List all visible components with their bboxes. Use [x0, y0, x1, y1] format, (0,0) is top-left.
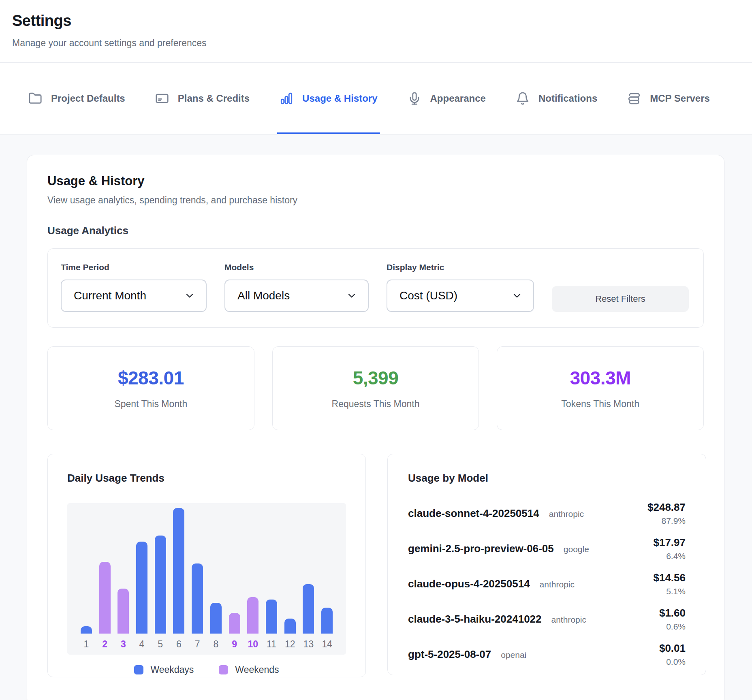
spent-label: Spent This Month: [114, 399, 187, 410]
daily-usage-bar-chart: 1234567891011121314: [67, 503, 346, 655]
display-metric-field: Display Metric Cost (USD): [387, 262, 534, 312]
tab-plans-credits[interactable]: Plans & Credits: [153, 63, 252, 134]
model-row: claude-opus-4-20250514 anthropic $14.56 …: [408, 566, 686, 602]
model-provider: openai: [501, 650, 526, 660]
model-cost: $1.60: [659, 607, 686, 619]
legend-label: Weekends: [235, 664, 279, 675]
chart-x-label: 5: [158, 634, 163, 655]
weekday-bar: [284, 619, 296, 634]
model-provider: anthropic: [540, 580, 575, 589]
usage-analytics-heading: Usage Analytics: [47, 224, 704, 237]
model-rows: claude-sonnet-4-20250514 anthropic $248.…: [408, 496, 686, 672]
tokens-value: 303.3M: [570, 367, 630, 389]
section-title: Usage & History: [47, 174, 704, 188]
chevron-down-icon: [511, 290, 523, 301]
tab-label: MCP Servers: [650, 93, 710, 104]
chart-x-label: 4: [139, 634, 145, 655]
weekday-bar: [192, 563, 203, 634]
chart-x-label: 3: [121, 634, 126, 655]
legend-item-weekdays: Weekdays: [134, 664, 194, 675]
weekday-bar: [210, 603, 222, 634]
usage-by-model-title: Usage by Model: [408, 472, 686, 484]
time-period-field: Time Period Current Month: [61, 262, 207, 312]
tab-usage-history[interactable]: Usage & History: [277, 63, 380, 134]
chart-x-label: 2: [102, 634, 107, 655]
weekday-bar: [303, 584, 314, 634]
tab-mcp-servers[interactable]: MCP Servers: [625, 63, 712, 134]
models-select[interactable]: All Models: [224, 280, 369, 312]
chart-bar-column: 11: [262, 503, 281, 655]
chart-bar-column: 6: [170, 503, 188, 655]
chart-x-label: 14: [322, 634, 332, 655]
model-share: 5.1%: [653, 587, 686, 596]
time-period-value: Current Month: [74, 289, 146, 302]
weekends-swatch: [219, 665, 228, 674]
tab-label: Usage & History: [302, 93, 377, 104]
weekdays-swatch: [134, 665, 143, 674]
legend-label: Weekdays: [150, 664, 194, 675]
tab-label: Project Defaults: [51, 93, 125, 104]
chart-x-label: 9: [232, 634, 237, 655]
model-row: gpt-5-2025-08-07 openai $0.01 0.0%: [408, 637, 686, 672]
folder-icon: [28, 92, 42, 105]
chart-bar-column: 12: [281, 503, 299, 655]
server-stack-icon: [627, 92, 641, 105]
weekday-bar: [173, 508, 184, 634]
chart-x-label: 10: [248, 634, 258, 655]
weekend-bar: [247, 597, 258, 634]
model-cost: $17.97: [653, 536, 686, 549]
section-subtitle: View usage analytics, spending trends, a…: [47, 195, 704, 206]
weekday-bar: [266, 600, 277, 634]
models-value: All Models: [237, 289, 290, 302]
chart-bar-column: 14: [318, 503, 336, 655]
requests-this-month-card: 5,399 Requests This Month: [272, 346, 479, 430]
display-metric-label: Display Metric: [387, 262, 534, 272]
model-share: 6.4%: [653, 551, 686, 561]
usage-history-panel: Usage & History View usage analytics, sp…: [27, 155, 724, 700]
display-metric-value: Cost (USD): [400, 289, 457, 302]
settings-tabbar: Project Defaults Plans & Credits Usage &…: [0, 63, 752, 134]
chart-x-label: 7: [195, 634, 200, 655]
time-period-select[interactable]: Current Month: [61, 280, 207, 312]
tab-project-defaults[interactable]: Project Defaults: [26, 63, 128, 134]
page-subtitle: Manage your account settings and prefere…: [12, 38, 740, 49]
requests-label: Requests This Month: [332, 399, 420, 410]
page-title: Settings: [12, 12, 740, 30]
tab-label: Plans & Credits: [178, 93, 250, 104]
chart-x-label: 13: [303, 634, 314, 655]
daily-usage-trends-card: Daily Usage Trends 1234567891011121314 W…: [47, 454, 366, 677]
weekend-bar: [229, 613, 240, 634]
tab-appearance[interactable]: Appearance: [405, 63, 488, 134]
bottom-row: Daily Usage Trends 1234567891011121314 W…: [47, 454, 704, 677]
bell-icon: [516, 92, 530, 105]
model-share: 87.9%: [647, 516, 686, 526]
chart-bar-column: 5: [151, 503, 170, 655]
display-metric-select[interactable]: Cost (USD): [387, 280, 534, 312]
time-period-label: Time Period: [61, 262, 207, 272]
model-name: claude-opus-4-20250514: [408, 578, 530, 590]
requests-value: 5,399: [353, 367, 399, 389]
models-field: Models All Models: [224, 262, 369, 312]
tokens-label: Tokens This Month: [561, 399, 639, 410]
chart-bar-column: 13: [299, 503, 318, 655]
model-name: claude-sonnet-4-20250514: [408, 507, 539, 520]
chevron-down-icon: [184, 290, 195, 301]
credit-card-icon: [155, 92, 169, 105]
weekday-bar: [136, 542, 147, 634]
tab-label: Appearance: [430, 93, 486, 104]
chart-bar-column: 3: [114, 503, 132, 655]
usage-by-model-card: Usage by Model claude-sonnet-4-20250514 …: [387, 454, 706, 675]
model-name: claude-3-5-haiku-20241022: [408, 613, 542, 625]
weekday-bar: [81, 626, 92, 634]
reset-filters-field: Reset Filters: [552, 262, 689, 312]
model-cost: $14.56: [653, 572, 686, 584]
chart-bar-column: 7: [188, 503, 207, 655]
models-label: Models: [224, 262, 369, 272]
filters-panel: Time Period Current Month Models All Mod…: [47, 248, 704, 328]
reset-filters-button[interactable]: Reset Filters: [552, 286, 689, 312]
tab-notifications[interactable]: Notifications: [513, 63, 600, 134]
chart-legend: Weekdays Weekends: [67, 664, 346, 675]
model-provider: anthropic: [551, 615, 586, 625]
model-row: claude-sonnet-4-20250514 anthropic $248.…: [408, 496, 686, 531]
model-name: gemini-2.5-pro-preview-06-05: [408, 542, 554, 555]
